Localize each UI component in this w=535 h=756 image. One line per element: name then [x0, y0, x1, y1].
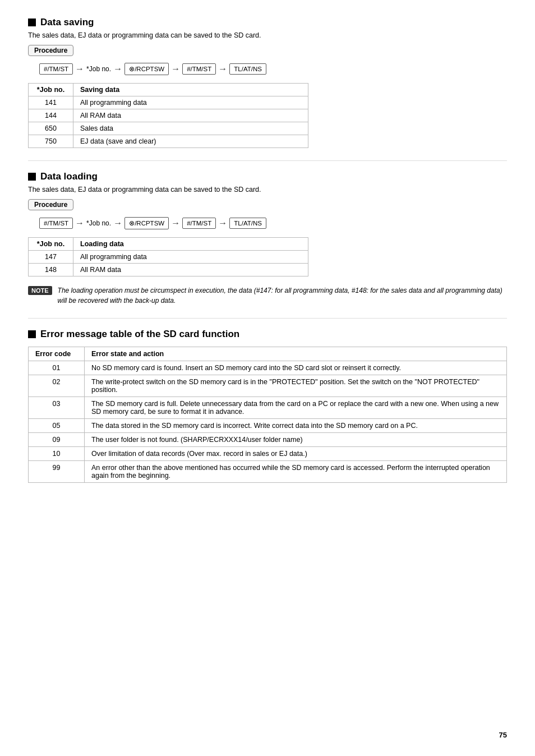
note-label: NOTE	[28, 286, 52, 295]
loading-data-value: All RAM data	[73, 264, 308, 276]
error-action: The data stored in the SD memory card is…	[85, 419, 507, 433]
table-row: 148All RAM data	[29, 264, 308, 276]
table-row: 144All RAM data	[29, 109, 308, 122]
saving-data-value: Sales data	[73, 122, 308, 135]
table-row: 147All programming data	[29, 251, 308, 264]
error-table-title: Error message table of the SD card funct…	[28, 329, 507, 340]
error-code: 01	[29, 361, 85, 375]
table-row: 01No SD memory card is found. Insert an …	[29, 361, 507, 375]
saving-data-value: All programming data	[73, 96, 308, 109]
flow-arrow-2: →	[113, 64, 122, 74]
flow-arrow-1: →	[75, 64, 84, 74]
error-action: An error other than the above mentioned …	[85, 461, 507, 483]
section-icon	[28, 19, 36, 26]
error-code: 03	[29, 397, 85, 419]
table-row: 02The write-protect switch on the SD mem…	[29, 375, 507, 397]
job-number: 141	[29, 96, 73, 109]
table-row: 09The user folder is not found. (SHARP/E…	[29, 433, 507, 447]
flow-diagram-saving: #/TM/ST → *Job no. → ⊗/RCPTSW → #/TM/ST …	[39, 63, 507, 75]
error-action: No SD memory card is found. Insert an SD…	[85, 361, 507, 375]
loading-flow-box-4: TL/AT/NS	[229, 218, 266, 229]
procedure-badge-saving: Procedure	[28, 45, 73, 56]
section-icon-error	[28, 330, 36, 338]
saving-data-value: EJ data (save and clear)	[73, 135, 308, 148]
error-code: 99	[29, 461, 85, 483]
loading-flow-box-1: #/TM/ST	[39, 218, 73, 229]
loading-flow-arrow-2: →	[113, 218, 122, 228]
loading-flow-text-1: *Job no.	[86, 219, 111, 227]
error-action: The SD memory card is full. Delete unnec…	[85, 397, 507, 419]
error-code: 05	[29, 419, 85, 433]
note-box: NOTE The loading operation must be circu…	[28, 285, 507, 306]
loading-flow-box-2: ⊗/RCPTSW	[124, 217, 169, 229]
data-saving-section: Data saving The sales data, EJ data or p…	[28, 17, 507, 148]
table-row: 99An error other than the above mentione…	[29, 461, 507, 483]
loading-col1-header: *Job no.	[29, 238, 73, 251]
table-row: 10Over limitation of data records (Over …	[29, 447, 507, 461]
flow-text-1: *Job no.	[86, 65, 111, 73]
data-loading-description: The sales data, EJ data or programming d…	[28, 186, 507, 193]
flow-box-1: #/TM/ST	[39, 63, 73, 75]
job-number: 144	[29, 109, 73, 122]
section-icon-loading	[28, 173, 36, 181]
flow-box-4: TL/AT/NS	[229, 63, 266, 75]
loading-data-value: All programming data	[73, 251, 308, 264]
error-action: The user folder is not found. (SHARP/ECR…	[85, 433, 507, 447]
flow-arrow-4: →	[218, 64, 227, 74]
table-row: 141All programming data	[29, 96, 308, 109]
data-saving-description: The sales data, EJ data or programming d…	[28, 31, 507, 39]
saving-col1-header: *Job no.	[29, 84, 73, 96]
error-action: The write-protect switch on the SD memor…	[85, 375, 507, 397]
saving-data-value: All RAM data	[73, 109, 308, 122]
error-table-section: Error message table of the SD card funct…	[28, 329, 507, 483]
flow-box-2: ⊗/RCPTSW	[124, 63, 169, 75]
flow-box-3: #/TM/ST	[182, 63, 216, 75]
error-code: 09	[29, 433, 85, 447]
loading-data-table: *Job no. Loading data 147All programming…	[28, 237, 308, 276]
job-number: 650	[29, 122, 73, 135]
job-number: 147	[29, 251, 73, 264]
loading-flow-box-3: #/TM/ST	[182, 218, 216, 229]
note-text: The loading operation must be circumspec…	[58, 285, 507, 306]
procedure-badge-loading: Procedure	[28, 199, 73, 210]
saving-data-table: *Job no. Saving data 141All programming …	[28, 83, 308, 148]
loading-flow-arrow-1: →	[75, 218, 84, 228]
data-loading-section: Data loading The sales data, EJ data or …	[28, 171, 507, 306]
job-number: 750	[29, 135, 73, 148]
error-col1-header: Error code	[29, 347, 85, 361]
table-row: 750EJ data (save and clear)	[29, 135, 308, 148]
error-col2-header: Error state and action	[85, 347, 507, 361]
error-message-table: Error code Error state and action 01No S…	[28, 347, 507, 483]
error-code: 02	[29, 375, 85, 397]
error-action: Over limitation of data records (Over ma…	[85, 447, 507, 461]
data-loading-title: Data loading	[28, 171, 507, 182]
table-row: 03The SD memory card is full. Delete unn…	[29, 397, 507, 419]
error-code: 10	[29, 447, 85, 461]
loading-col2-header: Loading data	[73, 238, 308, 251]
data-saving-title: Data saving	[28, 17, 507, 28]
flow-arrow-3: →	[171, 64, 180, 74]
loading-flow-arrow-4: →	[218, 218, 227, 228]
page-number: 75	[499, 731, 507, 739]
flow-diagram-loading: #/TM/ST → *Job no. → ⊗/RCPTSW → #/TM/ST …	[39, 217, 507, 229]
table-row: 650Sales data	[29, 122, 308, 135]
job-number: 148	[29, 264, 73, 276]
saving-col2-header: Saving data	[73, 84, 308, 96]
loading-flow-arrow-3: →	[171, 218, 180, 228]
table-row: 05The data stored in the SD memory card …	[29, 419, 507, 433]
